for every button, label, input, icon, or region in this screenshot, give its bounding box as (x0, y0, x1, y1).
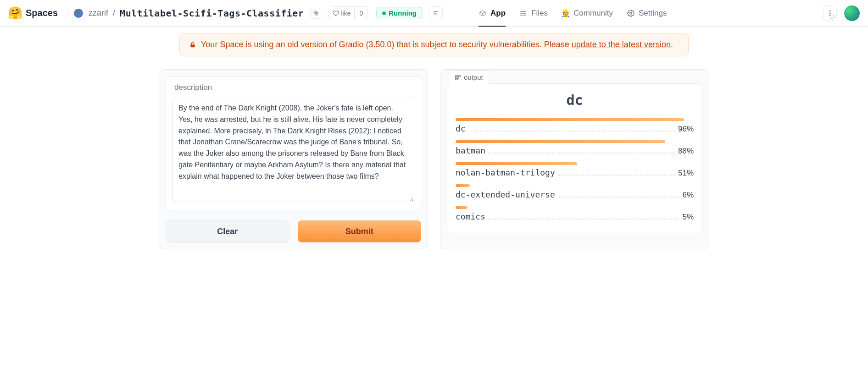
svg-rect-16 (456, 75, 461, 76)
nav-tabs: App Files 👷 Community Settings (479, 0, 667, 26)
copy-icon (313, 10, 319, 16)
like-label: like (341, 10, 351, 17)
lock-icon (189, 41, 196, 49)
status-label: Running (389, 9, 417, 17)
bar-percent: 51% (678, 169, 694, 178)
banner-prefix: Your Space is using an old version of Gr… (201, 40, 572, 49)
bar-labels: dc-extended-universe6% (456, 190, 694, 200)
path-slash: / (113, 8, 115, 18)
bar-percent: 6% (682, 191, 694, 200)
cube-icon (479, 9, 487, 17)
owner-avatar-icon[interactable] (74, 9, 83, 18)
bar-track (456, 206, 694, 209)
link-icon (831, 15, 835, 20)
input-panel-inner: description (166, 76, 421, 210)
description-input[interactable] (172, 97, 414, 202)
tab-community[interactable]: 👷 Community (562, 0, 613, 26)
bar-dots (488, 153, 675, 154)
bar-percent: 96% (678, 125, 694, 134)
banner-suffix: . (671, 40, 673, 49)
banner-update-link[interactable]: update to the latest version (572, 40, 671, 49)
bar-track (456, 162, 694, 165)
output-bar-row: batman88% (456, 140, 694, 156)
bar-percent: 5% (682, 213, 694, 222)
label-icon (455, 74, 461, 81)
copy-name-button[interactable] (310, 8, 321, 19)
clear-button[interactable]: Clear (166, 220, 289, 242)
svg-point-11 (630, 12, 632, 14)
tab-app[interactable]: App (479, 0, 506, 26)
bar-dots (488, 219, 679, 219)
bar-fill (456, 118, 684, 121)
description-label: description (172, 83, 414, 92)
tab-settings-label: Settings (639, 9, 667, 18)
status-pill[interactable]: Running (376, 7, 423, 19)
topbar: 🤗 Spaces zzarif / Multilabel-Scifi-Tags-… (0, 0, 868, 27)
output-bars: dc96%batman88%nolan-batman-trilogy51%dc-… (456, 118, 694, 222)
bar-fill (456, 140, 665, 143)
status-dot-icon (382, 11, 386, 15)
spaces-label[interactable]: Spaces (26, 8, 58, 18)
warning-banner: Your Space is using an old version of Gr… (179, 33, 689, 56)
bar-label: batman (456, 146, 485, 155)
bar-labels: comics5% (456, 212, 694, 222)
divider (67, 7, 67, 19)
bar-label: nolan-batman-trilogy (456, 168, 555, 177)
space-name[interactable]: Multilabel-Scifi-Tags-Classifier (120, 8, 304, 19)
logs-button[interactable] (429, 6, 443, 20)
output-bar-row: dc-extended-universe6% (456, 184, 694, 200)
bar-dots (468, 131, 675, 132)
bar-label: dc (456, 124, 466, 133)
bar-fill (456, 184, 470, 187)
user-avatar[interactable] (844, 5, 860, 21)
bar-labels: dc96% (456, 124, 694, 134)
bar-fill (456, 162, 577, 165)
like-button[interactable]: like (329, 7, 354, 20)
bar-dots (558, 175, 675, 176)
bar-label: comics (456, 212, 485, 221)
bar-label: dc-extended-universe (456, 190, 555, 199)
tab-settings[interactable]: Settings (627, 0, 667, 26)
bar-percent: 88% (678, 147, 694, 156)
tab-files-label: Files (531, 9, 548, 18)
submit-button[interactable]: Submit (298, 220, 422, 242)
bar-labels: nolan-batman-trilogy51% (456, 168, 694, 178)
tab-files[interactable]: Files (519, 0, 548, 26)
svg-point-10 (521, 15, 521, 15)
svg-rect-15 (190, 44, 195, 47)
svg-point-12 (829, 10, 831, 11)
svg-point-8 (521, 11, 521, 11)
heart-icon (333, 10, 339, 16)
svg-point-9 (521, 13, 521, 13)
bar-track (456, 184, 694, 187)
like-count: 0 (354, 7, 367, 20)
gear-icon (627, 9, 635, 17)
header-right (823, 5, 860, 21)
tab-app-label: App (490, 9, 506, 18)
files-icon (519, 9, 528, 17)
bar-labels: batman88% (456, 146, 694, 156)
button-row: Clear Submit (166, 220, 421, 242)
tab-community-label: Community (573, 9, 613, 18)
svg-rect-18 (456, 78, 458, 79)
output-body: dc dc96%batman88%nolan-batman-trilogy51%… (447, 83, 702, 233)
logs-icon (433, 10, 439, 16)
bar-fill (456, 206, 467, 209)
output-bar-row: nolan-batman-trilogy51% (456, 162, 694, 178)
input-panel: description Clear Submit (159, 69, 428, 249)
output-tab[interactable]: output (449, 70, 489, 84)
svg-point-13 (829, 12, 831, 14)
owner-link[interactable]: zzarif (89, 8, 108, 18)
output-tab-label: output (464, 73, 483, 81)
output-panel: output dc dc96%batman88%nolan-batman-tri… (440, 69, 709, 249)
output-top-label: dc (456, 92, 694, 108)
hf-logo-icon[interactable]: 🤗 (8, 6, 22, 20)
like-group: like 0 (328, 6, 368, 20)
svg-rect-17 (456, 77, 459, 78)
banner-text: Your Space is using an old version of Gr… (201, 40, 673, 49)
bar-track (456, 118, 694, 121)
community-icon: 👷 (562, 9, 570, 17)
output-bar-row: comics5% (456, 206, 694, 222)
more-menu-button[interactable] (823, 5, 837, 21)
bar-track (456, 140, 694, 143)
